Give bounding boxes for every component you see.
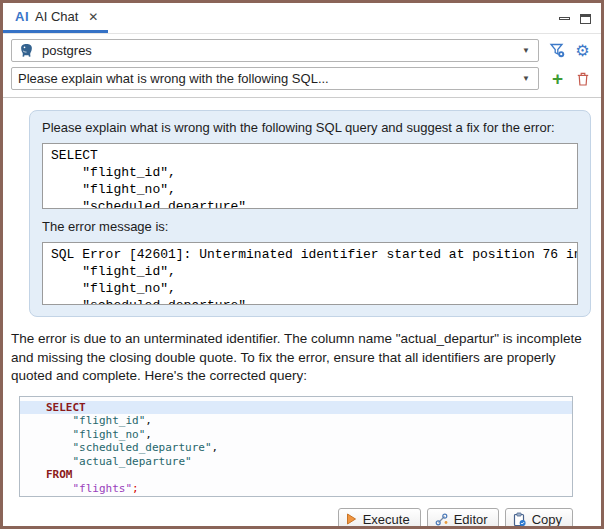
error-message-label: The error message is: [42, 219, 578, 234]
connection-row-icons: ⚙ [539, 42, 593, 59]
prompt-combo[interactable]: Please explain what is wrong with the fo… [11, 67, 539, 90]
sql-code-line: "actual_departure" [20, 455, 572, 469]
add-prompt-icon[interactable]: + [549, 70, 566, 87]
action-button-bar: Execute Editor [3, 508, 573, 529]
prompt-value: Please explain what is wrong with the fo… [18, 71, 515, 86]
execute-button-label: Execute [363, 512, 410, 527]
user-message-intro: Please explain what is wrong with the fo… [42, 120, 578, 135]
tab-bar: AI AI Chat ✕ [3, 3, 601, 34]
error-message-code-block[interactable]: SQL Error [42601]: Unterminated identifi… [42, 242, 578, 305]
tab-label: AI Chat [35, 9, 78, 24]
prompt-row-icons: + [539, 70, 593, 87]
ai-chat-panel: AI AI Chat ✕ postgres ▼ [0, 0, 604, 529]
copy-button[interactable]: Copy [505, 508, 573, 529]
execute-play-icon [346, 513, 357, 525]
assistant-answer-text: The error is due to an unterminated iden… [11, 330, 597, 386]
maximize-icon[interactable] [580, 14, 591, 24]
tab-close-icon[interactable]: ✕ [88, 10, 98, 24]
sql-editor-link-icon [435, 513, 448, 526]
editor-button-label: Editor [454, 512, 488, 527]
connection-combo[interactable]: postgres ▼ [11, 39, 539, 62]
connection-value: postgres [42, 43, 515, 58]
sql-code-line: "flights"; [20, 482, 572, 496]
corrected-sql-block[interactable]: SELECT "flight_id", "flight_no", "schedu… [19, 396, 573, 497]
ai-chat-icon: AI [15, 9, 29, 24]
execute-button[interactable]: Execute [338, 508, 421, 529]
copy-button-label: Copy [532, 512, 562, 527]
connection-row: postgres ▼ ⚙ [11, 39, 593, 62]
tab-ai-chat[interactable]: AI AI Chat ✕ [3, 3, 108, 33]
sql-code-line: FROM [20, 468, 572, 482]
chat-content: Please explain what is wrong with the fo… [3, 98, 601, 529]
sql-code-line: "flight_no", [20, 428, 572, 442]
delete-prompt-trash-icon[interactable] [574, 70, 591, 87]
user-query-code-block[interactable]: SELECT "flight_id", "flight_no", "schedu… [42, 143, 578, 209]
connection-dropdown-arrow[interactable]: ▼ [522, 46, 532, 55]
window-controls [559, 12, 591, 24]
sql-code-line: SELECT [20, 401, 572, 415]
prompt-dropdown-arrow[interactable]: ▼ [522, 74, 532, 83]
sql-code-line: "scheduled_departure", [20, 441, 572, 455]
postgresql-elephant-icon [18, 42, 35, 59]
ai-settings-gear-icon[interactable]: ⚙ [574, 42, 591, 59]
minimize-icon[interactable] [559, 17, 570, 20]
prompt-row: Please explain what is wrong with the fo… [11, 67, 593, 90]
scope-filter-icon[interactable] [549, 42, 566, 59]
copy-clipboard-icon [513, 512, 526, 527]
user-message-bubble: Please explain what is wrong with the fo… [29, 110, 591, 317]
sql-code-line: "flight_id", [20, 414, 572, 428]
editor-button[interactable]: Editor [427, 508, 499, 529]
